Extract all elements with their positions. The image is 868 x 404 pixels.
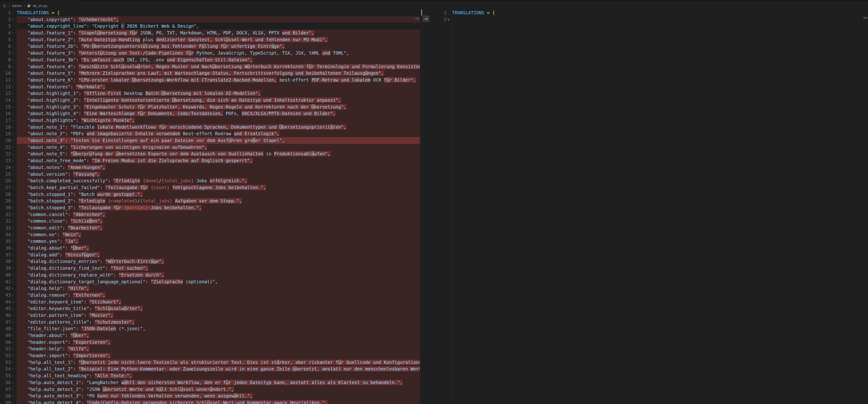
line-number: 57- (0, 386, 14, 393)
code-line[interactable]: "batch.kept_partial_failed": "Teilausgab… (17, 184, 420, 191)
line-number: 2- (0, 16, 14, 23)
breadcrumb-folder[interactable]: Demo (12, 4, 22, 8)
code-line[interactable]: "about.note_3": "Testen Sie Einstellunge… (17, 137, 420, 144)
code-line[interactable]: "about.notes": "Anmerkungen", (17, 164, 420, 171)
line-number: 14- (0, 97, 14, 104)
code-line[interactable]: "help.auto_detect_2": "JSON übersetzt We… (17, 386, 420, 393)
code-line[interactable]: "batch.completed_successfully": "Erledig… (17, 177, 420, 184)
line-number: 23- (0, 157, 14, 164)
code-line[interactable]: "about.note_5": "Überprüfung der überset… (17, 150, 420, 157)
text-cursor (422, 9, 422, 16)
line-number: 18- (0, 124, 14, 131)
tab-bar-border (80, 1, 868, 2)
left-line-number-gutter: 1 2-34-5-6-7-8-9-10-11-12-13-14-15-16-17… (0, 9, 14, 404)
line-number: 58- (0, 393, 14, 399)
code-line[interactable]: "dialog.remove": "Entfernen", (17, 292, 420, 298)
right-scrollbar[interactable] (863, 17, 868, 19)
code-line[interactable]: "help.all_text_1": "Übersetzt jede nicht… (17, 359, 420, 366)
code-line[interactable]: "about.note_2": "PDFs und imagebasierte … (17, 130, 420, 137)
code-line[interactable]: "about.note_1": "Flexible lokale Modellw… (17, 124, 420, 131)
code-line[interactable]: "common.close": "Schließen", (17, 218, 420, 225)
pane-divider[interactable] (421, 9, 421, 404)
code-line[interactable]: "common.cancel": "Abbrechen", (17, 211, 420, 218)
diff-modified-editor[interactable]: 1 2+ TRANSLATIONS = { (422, 9, 868, 404)
code-line[interactable]: "about.feature_1": "Stapelübersetzung fü… (17, 30, 420, 36)
code-line[interactable]: "about.feature_2": "Auto-Dateityp-Handli… (17, 36, 420, 43)
arrow-right-icon[interactable]: → (423, 16, 429, 22)
line-number: 35- (0, 238, 14, 244)
code-line[interactable]: "editor.keyword_item": "Stichwort", (17, 298, 420, 305)
code-line[interactable]: TRANSLATIONS = { (17, 9, 420, 16)
code-line[interactable]: "dialog.dictionary_target_language_optio… (17, 279, 420, 285)
code-line[interactable]: "help.auto_detect_4": "Code/Config-Datei… (17, 399, 420, 404)
code-line[interactable]: "about.highlight_1": "Offline-First Desk… (17, 90, 420, 97)
code-line[interactable]: "about.feature_6": "CPU-erster lokaler Ü… (17, 77, 420, 83)
line-number: 47- (0, 319, 14, 325)
code-line[interactable]: TRANSLATIONS = { (452, 9, 863, 16)
code-line[interactable]: "common.yes": "Ja", (17, 238, 420, 244)
diff-original-editor[interactable]: 1 2-34-5-6-7-8-9-10-11-12-13-14-15-16-17… (0, 9, 420, 404)
line-number: 32- (0, 218, 14, 225)
chevron-right-icon: › (24, 4, 25, 8)
line-number: 56- (0, 379, 14, 386)
code-line[interactable]: "about.version": "Fassung", (17, 171, 420, 178)
code-line[interactable]: "about.copyright": "Urheberrecht", (17, 16, 420, 23)
code-line[interactable]: "header.export": "Exportieren", (17, 339, 420, 346)
left-scrollbar[interactable] (415, 18, 420, 19)
code-line[interactable]: "about.copyright_line": "Copyright © 202… (17, 23, 420, 30)
code-line[interactable]: "about.note_4": "Sicherungen von wichtig… (17, 144, 420, 151)
code-line[interactable]: "dialog.add": "Hinzufügen", (17, 252, 420, 258)
code-line[interactable]: "dialog.about": "Über", (17, 244, 420, 252)
line-number: 53- (0, 359, 14, 366)
code-line[interactable]: "header.help": "Hilfe", (17, 345, 420, 352)
code-line[interactable]: "file_filter.json": "JSON-Dateien (*.jso… (17, 325, 420, 332)
code-line[interactable]: "about.highlight_2": "Intelligente konte… (17, 97, 420, 104)
line-number: 48- (0, 325, 14, 332)
code-line[interactable]: "about.highlight_3": "Eingebauter Schutz… (17, 104, 420, 110)
line-number: 52- (0, 352, 14, 359)
line-number: 33- (0, 225, 14, 231)
breadcrumb-drive[interactable]: C: (3, 4, 7, 8)
code-line[interactable]: "dialog.help": "Hilfe", (17, 285, 420, 292)
line-number: 39- (0, 265, 14, 271)
code-line[interactable]: "common.no": "Nein", (17, 231, 420, 238)
code-line[interactable]: "editor.patterns_title": "Schutzmuster", (17, 319, 420, 325)
code-line[interactable]: "dialog.dictionary_find_text": "Text suc… (17, 265, 420, 271)
code-line[interactable]: "common.edit": "Bearbeiten", (17, 225, 420, 231)
right-code-area[interactable]: TRANSLATIONS = { (452, 9, 863, 16)
line-number: 41- (0, 279, 14, 285)
line-number: 21- (0, 144, 14, 151)
code-line[interactable]: "dialog.dictionary_entries": "Wörterbuch… (17, 258, 420, 265)
line-number: 28- (0, 191, 14, 198)
code-line[interactable]: "about.feature_2b": "PO-Übersetzungsunte… (17, 43, 420, 50)
line-number: 45- (0, 305, 14, 312)
left-code-area[interactable]: TRANSLATIONS = { "about.copyright": "Urh… (17, 9, 420, 404)
code-line[interactable]: "help.all_text_2": "Beispiel: Eine Pytho… (17, 366, 420, 372)
code-line[interactable]: "batch.stopped_2": "Erledigte {completed… (17, 198, 420, 204)
code-line[interactable]: "help.all_text_heading": "Alle Texte:", (17, 372, 420, 379)
active-tab-edge[interactable] (23, 0, 80, 2)
code-line[interactable]: "about.feature_5": "Mehrere Zielsprachen… (17, 70, 420, 77)
code-line[interactable]: "dialog.dictionary_replace_with": "Erset… (17, 271, 420, 279)
code-line[interactable]: "header.import": "Importieren", (17, 352, 420, 359)
code-line[interactable]: "about.note_free_mode": "Im Freien Modus… (17, 157, 420, 164)
code-line[interactable]: "help.auto_detect_3": "PO kann nur fehle… (17, 393, 420, 399)
code-line[interactable]: "about.feature_4": "Geschützte Schlüssel… (17, 63, 420, 70)
code-line[interactable]: "editor.keywords_title": "Schlüsselwörte… (17, 305, 420, 312)
code-line[interactable]: "about.highlights": "Wichtigste Punkte", (17, 117, 420, 124)
code-line[interactable]: "about.features": "Merkmale", (17, 83, 420, 90)
line-number: 51- (0, 345, 14, 352)
line-number: 10- (0, 70, 14, 77)
code-line[interactable]: "about.highlight_4": "Eine Warteschlange… (17, 110, 420, 117)
line-number: 24- (0, 164, 14, 171)
line-number: 37- (0, 252, 14, 258)
code-line[interactable]: "help.auto_detect_1": "LangBatcher wählt… (17, 379, 420, 386)
chevron-right-icon: › (9, 4, 10, 8)
code-line[interactable]: "batch.stopped_1": "Batch wurde gestoppt… (17, 191, 420, 198)
code-line[interactable]: "editor.pattern_item": "Muster", (17, 312, 420, 319)
code-line[interactable]: "about.feature_3": "Unterstützung von Te… (17, 50, 420, 56)
breadcrumb-file[interactable]: de_en.py (33, 4, 47, 8)
code-line[interactable]: "header.about": "Über", (17, 332, 420, 339)
code-line[interactable]: "about.feature_3b": "Es umfasst auch INI… (17, 56, 420, 63)
code-line[interactable]: "batch.stopped_3": "Teilausgabe für {par… (17, 204, 420, 211)
